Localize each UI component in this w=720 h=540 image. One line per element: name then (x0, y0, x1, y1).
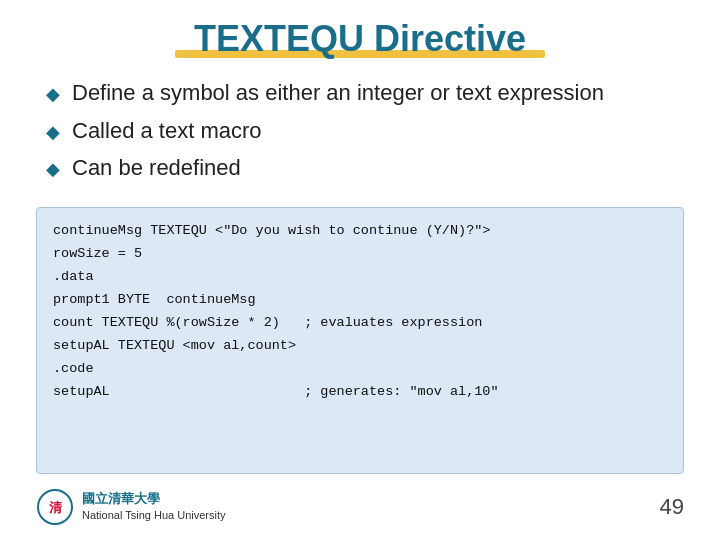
code-line-3: .data (53, 266, 667, 289)
footer-logo: 清 國立清華大學 National Tsing Hua University (36, 488, 225, 526)
code-line-4: prompt1 BYTE continueMsg (53, 289, 667, 312)
bullets-list: ◆ Define a symbol as either an integer o… (36, 78, 684, 191)
bullet-text-1: Define a symbol as either an integer or … (72, 78, 604, 108)
logo-text: 國立清華大學 National Tsing Hua University (82, 491, 225, 522)
code-line-2: rowSize = 5 (53, 243, 667, 266)
bullet-icon-3: ◆ (46, 157, 60, 181)
code-block: continueMsg TEXTEQU <"Do you wish to con… (36, 207, 684, 474)
bullet-item-1: ◆ Define a symbol as either an integer o… (46, 78, 684, 108)
code-line-6: setupAL TEXTEQU <mov al,count> (53, 335, 667, 358)
code-line-1: continueMsg TEXTEQU <"Do you wish to con… (53, 220, 667, 243)
title-area: TEXTEQU Directive (36, 18, 684, 60)
bullet-item-2: ◆ Called a text macro (46, 116, 684, 146)
code-line-5: count TEXTEQU %(rowSize * 2) ; evaluates… (53, 312, 667, 335)
bullet-icon-1: ◆ (46, 82, 60, 106)
page-number: 49 (660, 494, 684, 520)
slide-title: TEXTEQU Directive (194, 18, 526, 60)
footer: 清 國立清華大學 National Tsing Hua University 4… (36, 488, 684, 526)
logo-main-text: 國立清華大學 (82, 491, 225, 508)
slide: TEXTEQU Directive ◆ Define a symbol as e… (0, 0, 720, 540)
logo-sub-text: National Tsing Hua University (82, 508, 225, 522)
code-line-8: setupAL ; generates: "mov al,10" (53, 381, 667, 404)
bullet-icon-2: ◆ (46, 120, 60, 144)
bullet-text-3: Can be redefined (72, 153, 241, 183)
bullet-item-3: ◆ Can be redefined (46, 153, 684, 183)
bullet-text-2: Called a text macro (72, 116, 262, 146)
code-line-7: .code (53, 358, 667, 381)
svg-text:清: 清 (49, 500, 63, 515)
university-logo-icon: 清 (36, 488, 74, 526)
